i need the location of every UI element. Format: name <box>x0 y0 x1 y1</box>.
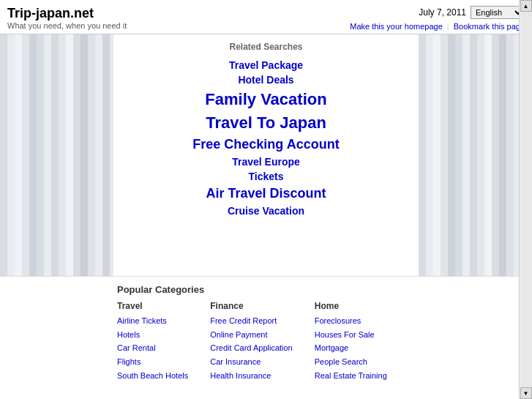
category-link-foreclosures[interactable]: Foreclosures <box>315 314 387 328</box>
right-stripe <box>419 34 532 276</box>
search-link-cruise-vacation[interactable]: Cruise Vacation <box>128 205 404 217</box>
category-link-mortgage[interactable]: Mortgage <box>315 341 387 355</box>
search-link-travel-to-japan[interactable]: Travel To Japan <box>128 113 404 133</box>
center-content: Related Searches Travel PackageHotel Dea… <box>113 34 419 276</box>
related-searches-label: Related Searches <box>128 42 404 52</box>
popular-categories: Popular Categories TravelAirline Tickets… <box>0 276 532 397</box>
divider: | <box>447 22 449 31</box>
category-link-real-estate-training[interactable]: Real Estate Training <box>315 369 387 383</box>
site-title-block: Trip-japan.net What you need, when you n… <box>7 6 127 30</box>
site-title: Trip-japan.net <box>7 6 127 21</box>
search-link-travel-package[interactable]: Travel Package <box>128 59 404 71</box>
bookmark-link[interactable]: Bookmark this page <box>454 22 525 31</box>
category-link-free-credit-report[interactable]: Free Credit Report <box>210 314 293 328</box>
scrollbar[interactable]: ▲ ▼ <box>519 0 532 397</box>
search-link-family-vacation[interactable]: Family Vacation <box>128 90 404 109</box>
homepage-link[interactable]: Make this your homepage <box>350 22 443 31</box>
search-link-hotel-deals[interactable]: Hotel Deals <box>128 74 404 86</box>
search-link-air-travel-discount[interactable]: Air Travel Discount <box>128 186 404 201</box>
scroll-up-button[interactable]: ▲ <box>520 0 532 12</box>
search-links-container: Travel PackageHotel DealsFamily Vacation… <box>128 59 404 217</box>
category-link-car-insurance[interactable]: Car Insurance <box>210 355 293 369</box>
category-col-travel: TravelAirline TicketsHotelsCar RentalFli… <box>117 301 188 382</box>
search-link-travel-europe[interactable]: Travel Europe <box>128 156 404 168</box>
main-content: Related Searches Travel PackageHotel Dea… <box>0 34 532 276</box>
category-link-houses-for-sale[interactable]: Houses For Sale <box>315 328 387 342</box>
scroll-track[interactable] <box>520 12 532 387</box>
category-link-credit-card-application[interactable]: Credit Card Application <box>210 341 293 355</box>
date-text: July 7, 2011 <box>419 7 466 18</box>
categories-grid: TravelAirline TicketsHotelsCar RentalFli… <box>117 301 517 382</box>
category-col-finance: FinanceFree Credit ReportOnline PaymentC… <box>210 301 293 382</box>
category-link-airline-tickets[interactable]: Airline Tickets <box>117 314 188 328</box>
category-link-flights[interactable]: Flights <box>117 355 188 369</box>
left-stripe <box>0 34 113 276</box>
category-col-home: HomeForeclosuresHouses For SaleMortgageP… <box>315 301 387 382</box>
category-link-online-payment[interactable]: Online Payment <box>210 328 293 342</box>
category-title: Travel <box>117 301 188 311</box>
category-link-car-rental[interactable]: Car Rental <box>117 341 188 355</box>
language-select[interactable]: English Japanese <box>471 6 525 19</box>
search-link-free-checking-account[interactable]: Free Checking Account <box>128 137 404 152</box>
category-title: Home <box>315 301 387 311</box>
category-link-people-search[interactable]: People Search <box>315 355 387 369</box>
search-link-tickets[interactable]: Tickets <box>128 171 404 182</box>
header-date: July 7, 2011 English Japanese <box>350 6 525 19</box>
category-link-south-beach-hotels[interactable]: South Beach Hotels <box>117 369 188 383</box>
site-tagline: What you need, when you need it <box>7 21 127 30</box>
popular-label: Popular Categories <box>117 284 517 295</box>
category-link-hotels[interactable]: Hotels <box>117 328 188 342</box>
header-right: July 7, 2011 English Japanese Make this … <box>350 6 525 31</box>
category-link-health-insurance[interactable]: Health Insurance <box>210 369 293 383</box>
category-title: Finance <box>210 301 293 311</box>
header: Trip-japan.net What you need, when you n… <box>0 0 532 34</box>
header-links: Make this your homepage | Bookmark this … <box>350 22 525 31</box>
scroll-down-button[interactable]: ▼ <box>520 387 532 397</box>
